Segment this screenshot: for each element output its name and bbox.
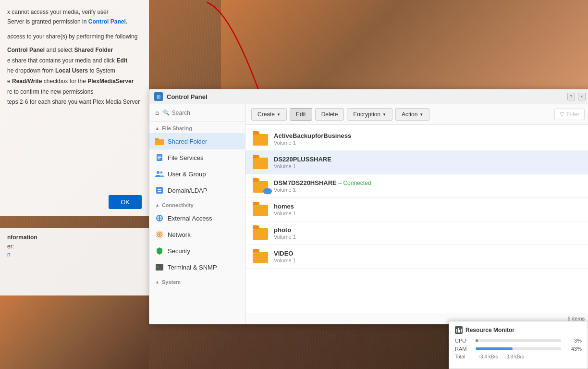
control-panel-title: Control Panel (167, 93, 208, 100)
svg-point-6 (157, 171, 159, 174)
svg-rect-23 (459, 330, 460, 332)
sidebar-home-btn[interactable]: ⌂ 🔍 (149, 104, 245, 122)
help-control-panel-link[interactable]: Control Panel. (88, 18, 127, 25)
collapse-arrow-connectivity[interactable]: ▲ (155, 203, 159, 208)
sidebar-item-shared-folder[interactable]: Shared Folder (149, 133, 245, 149)
total-row: Total ↑3.4 kB/s ↓3.8 kB/s (455, 354, 582, 359)
filter-placeholder: Filter (566, 111, 579, 118)
svg-rect-24 (461, 329, 462, 332)
svg-rect-5 (158, 159, 160, 160)
edit-button[interactable]: Edit (290, 108, 312, 121)
info-link[interactable]: n (7, 251, 11, 258)
shared-folder-label: Shared Folder (168, 138, 207, 145)
file-info-video: VIDEO Volume 1 (274, 250, 583, 263)
desktop-bg-top-right (221, 0, 588, 89)
file-item-ds220plus[interactable]: DS220PLUSSHARE Volume 1 (245, 151, 588, 174)
connectivity-label: Connectivity (162, 202, 194, 208)
help-text-line1: x cannot access your media, verify user (7, 9, 109, 15)
section-system: ▲ System (149, 275, 245, 287)
file-item-homes[interactable]: homes Volume 1 (245, 198, 588, 221)
control-panel-content: ⌂ 🔍 ▲ File Sharing Shared Folder (149, 104, 588, 324)
sidebar-item-domain-ldap[interactable]: Domain/LDAP (149, 182, 245, 198)
sidebar: ⌂ 🔍 ▲ File Sharing Shared Folder (149, 104, 245, 324)
ram-row: RAM 43% (455, 346, 582, 352)
resource-monitor: Resource Monitor CPU 3% RAM 43% Total ↑3… (449, 321, 588, 369)
help-step2a: e share that contains your media and cli… (7, 57, 115, 64)
total-upload: ↑3.4 kB/s (478, 354, 498, 359)
help-read-write: Read/Write (12, 78, 42, 85)
file-item-dsm7[interactable]: DSM7DS220HSHARE – Connected Volume 1 (245, 174, 588, 198)
help-step4a: e (7, 78, 11, 85)
svg-rect-1 (155, 138, 159, 140)
search-input[interactable] (172, 110, 244, 116)
terminal-snmp-label: Terminal & SNMP (168, 264, 217, 271)
help-button[interactable]: ? (567, 93, 575, 100)
titlebar-buttons: ? × (567, 93, 586, 100)
action-button[interactable]: Action ▼ (395, 108, 429, 121)
resource-monitor-title: Resource Monitor (455, 326, 582, 334)
svg-rect-21 (456, 329, 457, 332)
ram-label: RAM (455, 346, 472, 352)
file-name-photo: photo (274, 226, 583, 234)
total-download: ↓3.8 kB/s (504, 354, 524, 359)
filter-input-area[interactable]: ▽ Filter (554, 109, 585, 120)
total-label: Total (455, 354, 472, 359)
sidebar-item-network[interactable]: Network (149, 226, 245, 243)
create-button[interactable]: Create ▼ (251, 108, 287, 121)
cloud-badge-dsm7 (263, 188, 272, 194)
folder-icon-ds220plus (253, 156, 268, 169)
ok-button[interactable]: OK (109, 195, 142, 209)
encryption-button[interactable]: Encryption ▼ (347, 108, 392, 121)
cpu-row: CPU 3% (455, 338, 582, 344)
ram-bar-bg (476, 347, 561, 350)
close-button[interactable]: × (578, 93, 586, 100)
help-step-header: Control Panel (7, 47, 45, 53)
help-step6: teps 2-6 for each share you want Plex Me… (7, 98, 140, 105)
svg-rect-10 (158, 191, 161, 192)
help-step3a: he dropdown from (7, 67, 54, 74)
search-box: 🔍 (163, 110, 244, 116)
svg-rect-3 (158, 156, 161, 157)
network-label: Network (168, 231, 191, 238)
terminal-icon: >_ (155, 263, 164, 271)
sidebar-item-external-access[interactable]: External Access (149, 210, 245, 226)
control-panel-window: Control Panel ? × ⌂ 🔍 ▲ File Sharing (149, 89, 588, 324)
user-group-icon (155, 170, 164, 178)
folder-icon-homes (253, 203, 268, 216)
svg-text:>_: >_ (157, 265, 161, 270)
file-services-icon (155, 153, 164, 162)
security-label: Security (168, 247, 190, 255)
ram-value: 43% (565, 346, 582, 352)
file-services-label: File Services (168, 154, 203, 161)
action-dropdown-arrow: ▼ (419, 112, 423, 117)
svg-point-20 (266, 189, 269, 192)
external-access-label: External Access (168, 215, 212, 222)
cpu-value: 3% (565, 338, 582, 344)
domain-icon (155, 186, 164, 195)
sidebar-item-terminal-snmp[interactable]: >_ Terminal & SNMP (149, 259, 245, 275)
sidebar-item-user-group[interactable]: User & Group (149, 166, 245, 182)
section-connectivity: ▲ Connectivity (149, 198, 245, 210)
cpu-bar-fill (476, 339, 478, 342)
home-icon: ⌂ (155, 109, 159, 116)
svg-rect-8 (156, 187, 163, 194)
encryption-dropdown-arrow: ▼ (382, 112, 386, 117)
svg-rect-9 (158, 189, 161, 190)
sidebar-item-file-services[interactable]: File Services (149, 149, 245, 166)
connected-label-dsm7: – Connected (338, 180, 371, 186)
file-item-active-backup[interactable]: ActiveBackupforBusiness Volume 1 (245, 127, 588, 151)
collapse-arrow-file-sharing[interactable]: ▲ (155, 126, 159, 131)
search-icon: 🔍 (163, 110, 170, 116)
toolbar: Create ▼ Edit Delete Encryption ▼ Action (245, 104, 588, 125)
help-plex: PlexMediaServer (87, 78, 134, 85)
folder-icon-dsm7 (253, 179, 268, 193)
file-item-video[interactable]: VIDEO Volume 1 (245, 245, 588, 269)
file-name-ds220plus: DS220PLUSSHARE (274, 156, 583, 163)
delete-button[interactable]: Delete (315, 108, 344, 121)
ram-bar-fill (476, 347, 513, 350)
sidebar-item-security[interactable]: Security (149, 243, 245, 259)
help-checkbox: checkbox for the (44, 78, 86, 85)
collapse-arrow-system[interactable]: ▲ (155, 280, 159, 284)
file-info-active-backup: ActiveBackupforBusiness Volume 1 (274, 132, 583, 146)
file-item-photo[interactable]: photo Volume 1 (245, 221, 588, 245)
